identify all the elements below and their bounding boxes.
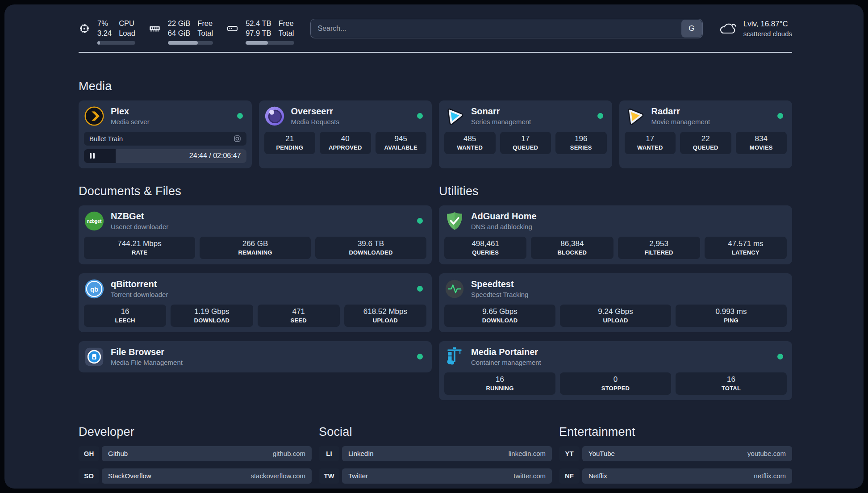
- service-description: Media File Management: [111, 359, 183, 366]
- service-name: Sonarr: [471, 106, 531, 116]
- service-card-plex[interactable]: Plex Media server Bullet Train 24:44 / 0…: [79, 100, 252, 168]
- stat-wanted: 17 WANTED: [625, 132, 676, 154]
- now-playing-title-row: Bullet Train: [84, 132, 246, 146]
- weather-widget: Lviv, 16.87°C scattered clouds: [719, 19, 792, 38]
- service-description: Container management: [471, 359, 541, 366]
- service-titles: NZBGet Usenet downloader: [111, 211, 168, 230]
- bookmark-url: twitter.com: [513, 472, 546, 480]
- stat-seed: 471 SEED: [258, 305, 340, 327]
- service-name: Speedtest: [471, 279, 528, 289]
- plex-icon: [84, 106, 104, 126]
- search-input[interactable]: [310, 19, 703, 38]
- stat-leech: 16 LEECH: [84, 305, 166, 327]
- service-titles: Sonarr Series management: [471, 106, 531, 125]
- cpu-labels: CPULoad: [119, 19, 135, 38]
- stat-latency: 47.571 ms LATENCY: [705, 237, 787, 259]
- service-name: qBittorrent: [111, 279, 168, 289]
- service-card-qbittorrent[interactable]: qb qBittorrent Torrent downloader 16 LEE…: [79, 273, 432, 332]
- bookmark-netflix[interactable]: NF Netflixnetflix.com: [559, 468, 792, 484]
- bookmark-youtube[interactable]: YT YouTubeyoutube.com: [559, 446, 792, 461]
- stat-stopped: 0 STOPPED: [560, 372, 671, 395]
- bookmark-group-entertainment: Entertainment YT YouTubeyoutube.com NF N…: [559, 425, 792, 489]
- bookmark-url: netflix.com: [754, 472, 786, 480]
- service-name: Media Portainer: [471, 347, 541, 357]
- bookmark-stackoverflow[interactable]: SO StackOverflowstackoverflow.com: [79, 468, 312, 484]
- speedtest-icon: [444, 279, 465, 299]
- bookmark-name: Github: [108, 450, 128, 457]
- stat-total: 16 TOTAL: [676, 372, 787, 395]
- bookmark-group-title: Social: [319, 425, 552, 439]
- disk-labels: FreeTotal: [279, 19, 294, 38]
- bookmark-linkedin[interactable]: LI LinkedInlinkedin.com: [319, 446, 552, 461]
- stat-ping: 0.993 ms PING: [676, 305, 787, 327]
- service-titles: AdGuard Home DNS and adblocking: [471, 211, 537, 230]
- bookmark-abbr: YT: [559, 446, 580, 461]
- service-description: Movie management: [651, 118, 710, 125]
- disk-progress-bar: [246, 41, 294, 45]
- service-card-filebrowser[interactable]: File Browser Media File Management: [79, 341, 432, 372]
- status-dot: [417, 286, 423, 292]
- service-card-sonarr[interactable]: Sonarr Series management 485 WANTED 17 Q…: [439, 100, 612, 168]
- service-name: File Browser: [111, 347, 183, 357]
- status-dot: [237, 113, 243, 119]
- service-card-speedtest[interactable]: Speedtest Speedtest Tracking 9.65 Gbps D…: [439, 273, 792, 332]
- now-playing-time: 24:44 / 02:06:47: [189, 152, 241, 160]
- service-titles: qBittorrent Torrent downloader: [111, 279, 168, 298]
- stat-rate: 744.21 Mbps RATE: [84, 237, 195, 259]
- memory-labels: FreeTotal: [197, 19, 213, 38]
- topbar: 7%3.24 CPULoad: [79, 16, 792, 45]
- service-card-nzbget[interactable]: nzbget NZBGet Usenet downloader 744.21 M…: [79, 205, 432, 264]
- status-dot: [777, 354, 783, 359]
- memory-widget: 22 GiB64 GiB FreeTotal: [149, 19, 213, 45]
- stat-pending: 21 PENDING: [264, 132, 316, 154]
- bookmark-group-title: Entertainment: [559, 425, 792, 439]
- service-card-overseerr[interactable]: Overseerr Media Requests 21 PENDING 40 A…: [259, 100, 432, 168]
- section-title-documents: Documents & Files: [79, 184, 432, 198]
- filebrowser-icon: [84, 347, 104, 367]
- stat-series: 196 SERIES: [555, 132, 607, 154]
- bookmark-url: stackoverflow.com: [250, 472, 305, 480]
- weather-condition: scattered clouds: [743, 30, 792, 38]
- disk-icon: [226, 22, 238, 34]
- service-card-adguard[interactable]: AdGuard Home DNS and adblocking 498,461 …: [439, 205, 792, 264]
- adguard-icon: [444, 211, 465, 231]
- bookmark-abbr: NF: [559, 468, 580, 484]
- dashboard: 7%3.24 CPULoad: [4, 4, 864, 489]
- bookmark-name: StackOverflow: [108, 472, 151, 480]
- bookmark-github[interactable]: GH Githubgithub.com: [79, 446, 312, 461]
- bookmark-url: linkedin.com: [509, 450, 546, 457]
- service-description: Series management: [471, 118, 531, 125]
- section-title-media: Media: [79, 79, 792, 93]
- section-title-utilities: Utilities: [439, 184, 792, 198]
- search-provider-button[interactable]: G: [681, 20, 702, 38]
- service-description: Speedtest Tracking: [471, 291, 528, 298]
- stat-approved: 40 APPROVED: [320, 132, 371, 154]
- service-card-radarr[interactable]: Radarr Movie management 17 WANTED 22 QUE…: [619, 100, 793, 168]
- portainer-icon: [444, 347, 465, 367]
- bookmark-twitter[interactable]: TW Twittertwitter.com: [319, 468, 552, 484]
- service-titles: Overseerr Media Requests: [291, 106, 339, 125]
- status-dot: [597, 113, 603, 119]
- bookmark-name: Twitter: [348, 472, 368, 480]
- status-dot: [417, 218, 423, 224]
- service-card-portainer[interactable]: Media Portainer Container management 16 …: [439, 341, 792, 400]
- weather-text: Lviv, 16.87°C scattered clouds: [743, 20, 792, 38]
- qbittorrent-icon: qb: [84, 279, 104, 299]
- stat-queued: 17 QUEUED: [500, 132, 551, 154]
- divider: [79, 52, 792, 53]
- media-grid: Plex Media server Bullet Train 24:44 / 0…: [79, 100, 792, 168]
- resource-widgets: 7%3.24 CPULoad: [79, 19, 294, 45]
- stat-upload: 9.24 Gbps UPLOAD: [560, 305, 671, 327]
- bookmark-group-social: Social LI LinkedInlinkedin.com TW Twitte…: [319, 425, 552, 489]
- stat-queued: 22 QUEUED: [680, 132, 731, 154]
- status-dot: [777, 113, 783, 119]
- bookmark-url: github.com: [273, 450, 305, 457]
- pause-icon[interactable]: [90, 153, 95, 159]
- bookmark-group-title: Developer: [79, 425, 312, 439]
- now-playing-progress-bar[interactable]: 24:44 / 02:06:47: [84, 149, 246, 163]
- stat-queries: 498,461 QUERIES: [444, 237, 526, 259]
- now-playing-options-icon[interactable]: [234, 135, 241, 142]
- service-name: Radarr: [651, 106, 710, 116]
- memory-values: 22 GiB64 GiB: [168, 19, 190, 38]
- stat-upload: 618.52 Mbps UPLOAD: [344, 305, 426, 327]
